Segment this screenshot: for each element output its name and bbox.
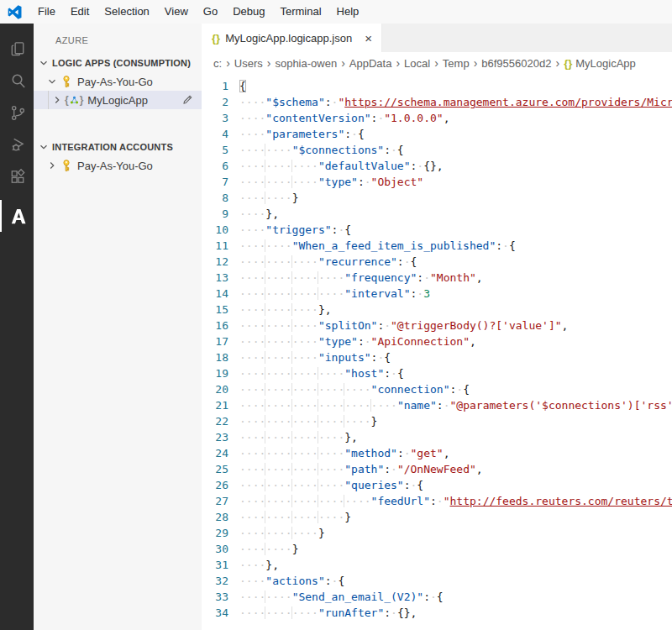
menu-bar: FileEditSelectionViewGoDebugTerminalHelp [0, 0, 672, 24]
line-number: 1 [202, 78, 228, 94]
chevron-down-icon [38, 141, 52, 153]
line-number: 16 [202, 318, 228, 333]
line-number: 20 [202, 381, 228, 397]
line-number: 22 [202, 413, 228, 429]
activity-run-debug[interactable] [0, 129, 34, 160]
code-line[interactable]: 12············"recurrence":·{ [202, 254, 672, 270]
edit-pencil-icon[interactable] [181, 93, 194, 106]
code-line[interactable]: 6············"defaultValue":·{}, [202, 158, 672, 174]
code-line[interactable]: 10····"triggers":·{ [202, 222, 672, 238]
azure-sidebar: AZURE LOGIC APPS (CONSUMPTION)Pay-As-You… [34, 24, 202, 630]
tree-item-pay-as-you-go[interactable]: Pay-As-You-Go [34, 156, 202, 175]
menu-edit[interactable]: Edit [63, 0, 97, 24]
menu-selection[interactable]: Selection [97, 0, 156, 24]
line-number: 23 [202, 429, 228, 445]
tree-item-label: Pay-As-You-Go [77, 76, 153, 88]
code-line[interactable]: 23················}, [202, 429, 672, 445]
code-line[interactable]: 7············"type":·"Object" [202, 174, 672, 190]
code-line[interactable]: 11········"When_a_feed_item_is_published… [202, 238, 672, 254]
code-line[interactable]: 1{ [202, 78, 672, 94]
tab-label: MyLogicApp.logicapp.json [225, 32, 352, 45]
code-line[interactable]: 26················"queries":·{ [202, 477, 672, 493]
line-number: 32 [202, 573, 228, 589]
tab-mylogicapp-json[interactable]: {} MyLogicApp.logicapp.json × [202, 24, 382, 52]
line-number: 34 [202, 605, 228, 621]
code-line[interactable]: 24················"method":·"get", [202, 445, 672, 461]
code-line[interactable]: 32····"actions":·{ [202, 573, 672, 589]
code-line[interactable]: 14················"interval":·3 [202, 286, 672, 302]
breadcrumb-item-sophia-owen[interactable]: sophia-owen [275, 57, 337, 70]
code-line[interactable]: 22····················} [202, 413, 672, 429]
code-line[interactable]: 3····"contentVersion":·"1.0.0.0", [202, 110, 672, 126]
azure-icon [8, 207, 28, 226]
breadcrumb-item-mylogicapp[interactable]: {}MyLogicApp [564, 57, 636, 70]
search-icon [8, 71, 28, 91]
code-line[interactable]: 18············"inputs":·{ [202, 349, 672, 365]
code-line[interactable]: 2····"$schema":·"https://schema.manageme… [202, 94, 672, 110]
line-number: 4 [202, 126, 228, 142]
code-line[interactable]: 31····}, [202, 557, 672, 573]
activity-extensions[interactable] [0, 160, 34, 192]
tree-item-mylogicapp[interactable]: {}MyLogicApp [34, 91, 202, 109]
breadcrumb-item-users[interactable]: Users [234, 57, 263, 70]
sidebar-title: AZURE [34, 24, 202, 54]
code-line[interactable]: 25················"path":·"/OnNewFeed", [202, 461, 672, 477]
code-line[interactable]: 21························"name":·"@para… [202, 397, 672, 413]
json-braces-icon: {} [212, 32, 220, 45]
breadcrumb-item-local[interactable]: Local [404, 57, 430, 70]
code-editor[interactable]: 1{2····"$schema":·"https://schema.manage… [202, 74, 672, 630]
activity-source-control[interactable] [0, 97, 34, 129]
code-line[interactable]: 20····················"connection":·{ [202, 381, 672, 397]
code-line[interactable]: 30········} [202, 541, 672, 557]
section-header-0[interactable]: LOGIC APPS (CONSUMPTION) [34, 54, 202, 72]
line-number: 18 [202, 349, 228, 365]
line-number: 30 [202, 541, 228, 557]
tree-item-pay-as-you-go[interactable]: Pay-As-You-Go [34, 72, 202, 91]
code-line[interactable]: 17············"type":·"ApiConnection", [202, 333, 672, 349]
code-line[interactable]: 8········} [202, 190, 672, 206]
code-line[interactable]: 4····"parameters":·{ [202, 126, 672, 142]
code-line[interactable]: 34············"runAfter":·{}, [202, 605, 672, 621]
breadcrumb-separator: › [267, 56, 271, 70]
code-line[interactable]: 5········"$connections":·{ [202, 142, 672, 158]
code-line[interactable]: 15············}, [202, 302, 672, 318]
menu-view[interactable]: View [157, 0, 196, 24]
activity-search[interactable] [0, 65, 34, 97]
debug-icon [8, 135, 28, 155]
code-line[interactable]: 33········"Send_an_email_(V2)":·{ [202, 589, 672, 605]
line-number: 31 [202, 557, 228, 573]
breadcrumb-separator: › [226, 56, 230, 70]
code-line[interactable]: 13················"frequency":·"Month", [202, 270, 672, 286]
vscode-logo-icon [8, 5, 22, 19]
breadcrumb-item-appdata[interactable]: AppData [349, 57, 392, 70]
line-number: 5 [202, 142, 228, 158]
menu-file[interactable]: File [30, 0, 63, 24]
line-number: 24 [202, 445, 228, 461]
line-number: 11 [202, 238, 228, 254]
close-icon[interactable]: × [362, 31, 375, 45]
code-line[interactable]: 16············"splitOn":·"@triggerBody()… [202, 318, 672, 333]
activity-azure[interactable] [0, 200, 34, 232]
breadcrumb-item-b6f9556020d2[interactable]: b6f9556020d2 [481, 57, 551, 70]
code-line[interactable]: 9····}, [202, 206, 672, 222]
code-line[interactable]: 19················"host":·{ [202, 365, 672, 381]
breadcrumb-item-temp[interactable]: Temp [443, 57, 470, 70]
breadcrumb-item-c-[interactable]: c: [213, 57, 222, 70]
breadcrumb: c:›Users›sophia-owen›AppData›Local›Temp›… [202, 52, 672, 74]
code-line[interactable]: 29············} [202, 525, 672, 541]
key-icon [60, 159, 73, 172]
line-number: 15 [202, 302, 228, 318]
activity-explorer[interactable] [0, 33, 34, 65]
code-line[interactable]: 28················} [202, 509, 672, 525]
code-line[interactable]: 27····················"feedUrl":·"http:/… [202, 493, 672, 509]
section-label: INTEGRATION ACCOUNTS [52, 142, 173, 152]
menu-go[interactable]: Go [196, 0, 225, 24]
line-number: 17 [202, 333, 228, 349]
line-number: 21 [202, 397, 228, 413]
menu-terminal[interactable]: Terminal [272, 0, 328, 24]
line-number: 13 [202, 270, 228, 286]
menu-debug[interactable]: Debug [225, 0, 272, 24]
menu-help[interactable]: Help [329, 0, 367, 24]
line-number: 28 [202, 509, 228, 525]
section-header-1[interactable]: INTEGRATION ACCOUNTS [34, 138, 202, 156]
